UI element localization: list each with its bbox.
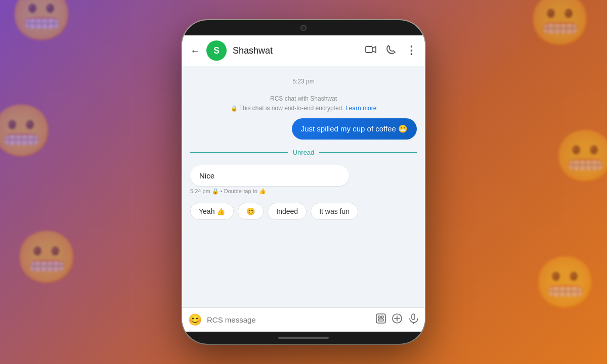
avatar: S	[206, 40, 227, 61]
svg-rect-1	[376, 314, 385, 323]
add-icon[interactable]	[392, 313, 403, 327]
emoji-button[interactable]: 😊	[188, 313, 202, 327]
smart-reply-2[interactable]: Indeed	[268, 203, 307, 220]
home-indicator	[278, 337, 329, 339]
divider-line-left	[190, 152, 288, 153]
input-bar: 😊	[182, 307, 425, 332]
phone-frame: ← S Shashwat ⋮ 5:	[182, 20, 425, 344]
sticker-icon[interactable]	[375, 313, 386, 327]
bg-emoji-1: 😬	[10, 0, 73, 44]
rcs-info-line2: 🔒 This chat is now end-to-end encrypted.…	[190, 104, 417, 113]
lock-icon: 🔒	[231, 105, 238, 111]
learn-more-link[interactable]: Learn more	[345, 105, 376, 112]
chat-body: 5:23 pm RCS chat with Shashwat 🔒 This ch…	[182, 66, 425, 307]
phone-screen: ← S Shashwat ⋮ 5:	[182, 35, 425, 332]
back-button[interactable]: ←	[190, 45, 200, 57]
voice-icon[interactable]	[408, 313, 419, 327]
smart-reply-3[interactable]: It was fun	[311, 203, 358, 220]
rcs-info: RCS chat with Shashwat 🔒 This chat is no…	[190, 94, 417, 113]
message-timestamp: 5:23 pm	[190, 78, 417, 85]
svg-rect-0	[366, 47, 372, 53]
smart-replies: Yeah 👍 😊 Indeed It was fun	[190, 203, 417, 220]
bg-emoji-6: 😬	[534, 253, 597, 312]
bg-emoji-5: 😬	[554, 126, 607, 186]
svg-rect-4	[378, 319, 383, 321]
phone-top-bar	[182, 20, 425, 35]
message-meta: 5:24 pm 🔒 • Double-tap to 👍	[190, 188, 417, 195]
bg-emoji-3: 😬	[15, 228, 78, 287]
header-icons: ⋮	[365, 44, 417, 57]
rcs-info-line1: RCS chat with Shashwat	[190, 94, 417, 104]
bg-emoji-2: 😬	[0, 101, 53, 161]
smart-reply-1[interactable]: 😊	[238, 203, 264, 220]
unread-label: Unread	[293, 149, 315, 156]
smart-reply-0[interactable]: Yeah 👍	[190, 203, 234, 220]
contact-name: Shashwat	[233, 46, 359, 56]
bg-emoji-4: 😬	[529, 0, 592, 50]
svg-rect-8	[412, 314, 415, 320]
video-call-icon[interactable]	[365, 46, 376, 56]
svg-rect-3	[381, 316, 383, 318]
phone-bottom-bar	[182, 332, 425, 344]
sent-message-bubble: Just spilled my cup of coffee 😬	[292, 118, 417, 140]
unread-divider: Unread	[190, 149, 417, 156]
svg-rect-2	[378, 316, 380, 318]
divider-line-right	[319, 152, 417, 153]
camera-dot	[300, 25, 307, 31]
message-input[interactable]	[207, 315, 370, 324]
phone-call-icon[interactable]	[386, 45, 396, 57]
more-options-icon[interactable]: ⋮	[406, 44, 417, 57]
chat-header: ← S Shashwat ⋮	[182, 35, 425, 66]
received-message-container: Nice 5:24 pm 🔒 • Double-tap to 👍	[190, 165, 417, 195]
received-message-bubble: Nice	[190, 165, 349, 186]
